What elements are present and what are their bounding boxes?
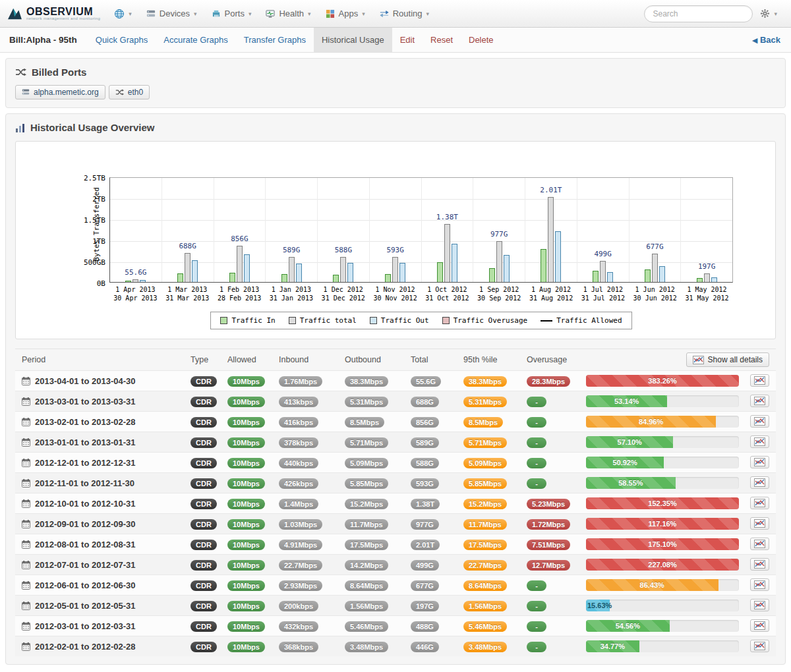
globe-icon: [114, 9, 125, 19]
back-button[interactable]: ◂ Back: [742, 28, 791, 52]
overusage-badge: -: [527, 458, 546, 468]
y-tick: 1TB: [92, 237, 105, 246]
calendar-icon: [22, 479, 30, 488]
row-graph-button[interactable]: [750, 558, 769, 571]
col-header-overusage: Overusage: [527, 355, 586, 364]
legend-item: Traffic In: [220, 316, 275, 325]
usage-percent-label: 54.56%: [586, 620, 670, 632]
x-axis-label-end: 31 Dec 2012: [317, 294, 369, 302]
legend-item: Traffic Allowed: [541, 316, 622, 325]
row-graph-button[interactable]: [750, 374, 769, 387]
row-graph-button[interactable]: [750, 456, 769, 468]
menu-devices[interactable]: Devices ▾: [139, 0, 204, 28]
table-row: 2013-01-01 to 2013-01-31 CDR 10Mbps 378k…: [15, 432, 776, 452]
row-graph-button[interactable]: [750, 435, 769, 448]
usage-percent-label: 175.10%: [586, 538, 739, 550]
allowed-badge: 10Mbps: [227, 458, 265, 468]
table-row: 2012-05-01 to 2012-05-31 CDR 10Mbps 200k…: [15, 595, 776, 615]
total-badge: 977G: [411, 519, 439, 530]
legend-label: Traffic In: [231, 316, 275, 325]
observium-logo[interactable]: OBSERVIUM network management and monitor…: [7, 7, 100, 20]
calendar-icon: [22, 622, 30, 630]
usage-progress-bar: 58.55%: [586, 477, 739, 489]
x-axis-label-start: 1 Dec 2012: [317, 285, 369, 294]
tab-edit[interactable]: Edit: [392, 28, 423, 52]
billed-ports-panel: Billed Ports alpha.memetic.org eth0: [5, 58, 786, 108]
usage-progress-fill: 53.14%: [586, 395, 667, 407]
menu-routing[interactable]: Routing ▾: [372, 0, 436, 28]
row-graph-button[interactable]: [750, 497, 769, 509]
usage-progress-fill: 15.63%: [586, 600, 610, 611]
allowed-badge: 10Mbps: [227, 560, 265, 571]
x-axis-label-start: 1 May 2012: [681, 285, 733, 294]
mini-graph-icon: [754, 580, 765, 589]
percentile-badge: 8.64Mbps: [463, 580, 507, 591]
row-graph-button[interactable]: [750, 599, 769, 611]
usage-percent-label: 84.96%: [586, 416, 716, 428]
usage-progress-fill: 58.55%: [586, 477, 676, 489]
caret-down-icon: ▾: [129, 11, 132, 17]
bar-value-label: 197G: [668, 262, 746, 271]
usage-chart: Bytes Transferred 2.5TB 2TB 1.5TB 1TB 50…: [15, 141, 776, 339]
total-badge: 688G: [411, 397, 439, 407]
inbound-badge: 1.4Mbps: [279, 499, 318, 509]
row-graph-button[interactable]: [750, 415, 769, 428]
server-rack-icon: [146, 9, 156, 18]
show-all-details-button[interactable]: Show all details: [686, 352, 769, 367]
row-graph-button[interactable]: [750, 395, 769, 407]
tab-reset[interactable]: Reset: [423, 28, 461, 52]
menu-health[interactable]: Health ▾: [258, 0, 318, 28]
usage-progress-fill: 117.16%: [586, 518, 739, 530]
calendar-icon: [22, 581, 30, 590]
x-axis-label: 1 Mar 2013 31 Mar 2013: [161, 285, 214, 302]
tab-historical-usage[interactable]: Historical Usage: [314, 28, 392, 52]
x-axis-label: 1 May 2012 31 May 2012: [681, 285, 733, 302]
x-axis-label: 1 Dec 2012 31 Dec 2012: [317, 285, 369, 302]
traffic-in-bar: [281, 274, 287, 282]
row-graph-button[interactable]: [750, 538, 769, 550]
search-input[interactable]: [644, 5, 753, 22]
caret-down-icon: ▾: [426, 11, 430, 17]
menu-apps[interactable]: Apps ▾: [318, 0, 372, 28]
x-axis-label-start: 1 Jun 2012: [629, 285, 681, 294]
traffic-in-bar: [333, 275, 339, 282]
percentile-badge: 5.31Mbps: [463, 397, 507, 407]
table-row: 2012-10-01 to 2012-10-31 CDR 10Mbps 1.4M…: [15, 493, 776, 513]
inbound-badge: 378kbps: [279, 437, 318, 448]
tab-quick-graphs[interactable]: Quick Graphs: [88, 28, 156, 52]
health-monitor-icon: [266, 9, 275, 18]
allowed-badge: 10Mbps: [227, 519, 265, 530]
type-badge: CDR: [190, 560, 217, 571]
col-header-outbound: Outbound: [345, 355, 411, 364]
usage-progress-fill: 383.26%: [586, 375, 739, 387]
menu-ports[interactable]: Ports ▾: [204, 0, 259, 28]
period-label: 2012-05-01 to 2012-05-31: [35, 601, 136, 611]
tab-accurate-graphs[interactable]: Accurate Graphs: [156, 28, 236, 52]
row-graph-button[interactable]: [750, 619, 769, 632]
row-graph-button[interactable]: [750, 640, 769, 652]
traffic-in-bar: [541, 249, 546, 282]
row-graph-button[interactable]: [750, 517, 769, 530]
port-button[interactable]: eth0: [109, 85, 150, 99]
mini-graph-icon: [754, 499, 765, 507]
usage-progress-bar: 54.56%: [586, 620, 739, 632]
row-graph-button[interactable]: [750, 578, 769, 591]
traffic-out-bar: [296, 264, 302, 282]
device-button[interactable]: alpha.memetic.org: [15, 85, 105, 99]
menu-label: Routing: [393, 9, 423, 18]
period-label: 2012-12-01 to 2012-12-31: [35, 458, 136, 468]
x-axis-label: 1 Jun 2012 30 Jun 2012: [629, 285, 681, 302]
tab-transfer-graphs[interactable]: Transfer Graphs: [236, 28, 314, 52]
traffic-total-bar: [444, 224, 450, 282]
settings-menu-button[interactable]: ▾: [753, 0, 784, 28]
tab-delete[interactable]: Delete: [461, 28, 502, 52]
mini-graph-icon: [754, 478, 765, 487]
globe-menu-button[interactable]: ▾: [107, 0, 139, 28]
row-graph-button[interactable]: [750, 476, 769, 489]
x-axis-label-end: 30 Nov 2012: [369, 294, 421, 302]
routing-arrows-icon: [380, 10, 389, 18]
inbound-badge: 4.91Mbps: [279, 540, 322, 550]
usage-percent-label: 152.35%: [586, 497, 739, 509]
type-badge: CDR: [190, 376, 217, 387]
traffic-in-bar: [125, 281, 131, 282]
